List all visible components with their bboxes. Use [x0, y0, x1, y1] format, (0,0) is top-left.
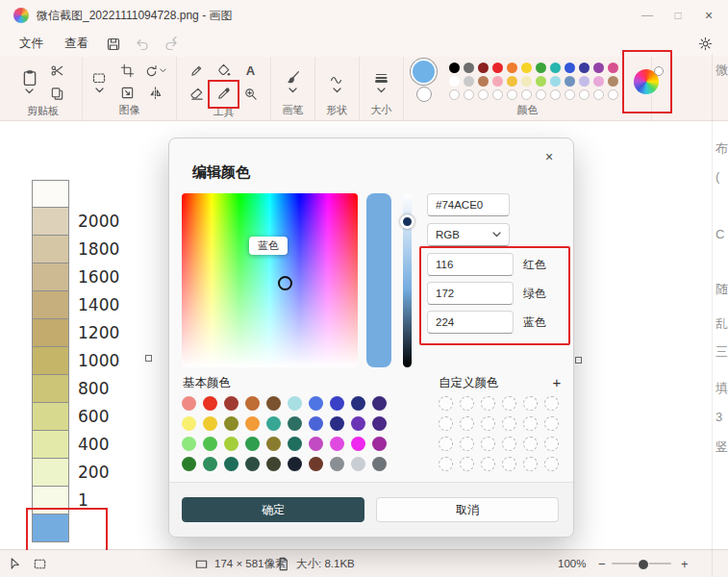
resize-button[interactable] [115, 82, 138, 103]
custom-color-slot[interactable] [523, 416, 538, 431]
basic-color-swatch[interactable] [309, 457, 323, 471]
basic-color-swatch[interactable] [224, 437, 238, 451]
palette-color-swatch[interactable] [608, 63, 618, 73]
fill-button[interactable] [213, 61, 236, 82]
zoom-in-button[interactable]: + [675, 550, 692, 577]
custom-color-slot[interactable] [502, 416, 516, 431]
palette-color-swatch[interactable] [478, 63, 489, 73]
palette-color-swatch[interactable] [521, 63, 532, 73]
basic-color-swatch[interactable] [266, 396, 281, 411]
custom-color-slot[interactable] [502, 437, 516, 451]
basic-color-swatch[interactable] [309, 396, 323, 411]
palette-empty-slot[interactable] [478, 89, 489, 100]
flip-button[interactable] [143, 82, 166, 103]
palette-empty-slot[interactable] [579, 89, 590, 100]
custom-color-slot[interactable] [523, 457, 538, 471]
basic-color-swatch[interactable] [224, 396, 238, 411]
basic-color-swatch[interactable] [245, 396, 260, 411]
palette-color-swatch[interactable] [492, 63, 503, 73]
palette-color-swatch[interactable] [565, 63, 575, 73]
palette-color-swatch[interactable] [521, 76, 532, 87]
basic-color-swatch[interactable] [182, 416, 196, 431]
basic-color-swatch[interactable] [372, 416, 387, 431]
custom-color-slot[interactable] [544, 457, 559, 471]
redo-button[interactable] [158, 33, 185, 56]
custom-color-slot[interactable] [502, 396, 516, 411]
palette-color-swatch[interactable] [565, 76, 575, 87]
palette-color-swatch[interactable] [478, 76, 489, 87]
blue-value-input[interactable] [427, 311, 514, 334]
basic-color-swatch[interactable] [351, 437, 365, 451]
custom-color-slot[interactable] [523, 437, 538, 451]
basic-color-swatch[interactable] [351, 416, 365, 431]
magnifier-button[interactable] [239, 84, 263, 105]
basic-color-swatch[interactable] [351, 457, 365, 471]
custom-color-slot[interactable] [481, 437, 495, 451]
palette-color-swatch[interactable] [593, 76, 604, 87]
custom-color-slot[interactable] [544, 416, 559, 431]
custom-color-slot[interactable] [502, 457, 516, 471]
palette-color-swatch[interactable] [492, 76, 503, 87]
custom-color-slot[interactable] [439, 416, 453, 431]
basic-color-swatch[interactable] [309, 416, 323, 431]
custom-color-slot[interactable] [481, 457, 495, 471]
palette-color-swatch[interactable] [536, 63, 546, 73]
custom-color-slot[interactable] [439, 457, 453, 471]
custom-color-slot[interactable] [544, 396, 559, 411]
menu-file[interactable]: 文件 [10, 33, 53, 55]
add-custom-color-button[interactable]: + [546, 371, 567, 392]
basic-color-swatch[interactable] [288, 416, 302, 431]
hex-color-input[interactable] [427, 193, 510, 216]
dialog-value-slider[interactable] [403, 193, 412, 367]
selection-handle[interactable] [145, 355, 152, 362]
basic-color-swatch[interactable] [245, 457, 260, 471]
value-slider-thumb[interactable] [400, 214, 414, 229]
basic-color-swatch[interactable] [330, 457, 344, 471]
palette-empty-slot[interactable] [521, 89, 532, 100]
palette-empty-slot[interactable] [536, 89, 546, 100]
basic-color-swatch[interactable] [203, 396, 217, 411]
gradient-cursor[interactable] [278, 276, 292, 290]
palette-empty-slot[interactable] [550, 89, 561, 100]
brushes-button[interactable] [281, 67, 305, 95]
color1-swatch[interactable] [413, 61, 435, 83]
palette-empty-slot[interactable] [464, 89, 474, 100]
custom-color-slot[interactable] [481, 416, 495, 431]
text-button[interactable]: A [239, 61, 263, 82]
zoom-slider-thumb[interactable] [638, 559, 649, 570]
ok-button[interactable]: 确定 [182, 497, 364, 522]
cancel-button[interactable]: 取消 [376, 497, 559, 522]
basic-color-swatch[interactable] [203, 457, 217, 471]
menu-view[interactable]: 查看 [55, 33, 98, 55]
pencil-button[interactable] [186, 61, 209, 82]
copy-button[interactable] [46, 83, 69, 104]
size-button[interactable] [369, 68, 393, 95]
custom-color-slot[interactable] [544, 437, 559, 451]
color2-swatch[interactable] [416, 87, 432, 102]
palette-color-swatch[interactable] [449, 63, 460, 73]
color-mode-select[interactable]: RGB [427, 223, 510, 246]
custom-color-slot[interactable] [523, 396, 538, 411]
selection-handle[interactable] [575, 357, 582, 364]
eraser-button[interactable] [186, 84, 209, 105]
basic-color-swatch[interactable] [224, 457, 238, 471]
basic-color-swatch[interactable] [266, 437, 281, 451]
custom-color-slot[interactable] [439, 437, 453, 451]
zoom-slider[interactable] [612, 563, 671, 564]
zoom-out-button[interactable]: − [592, 550, 610, 577]
basic-color-swatch[interactable] [372, 396, 387, 411]
basic-color-swatch[interactable] [288, 457, 302, 471]
color-gradient-field[interactable]: 蓝色 [182, 193, 358, 367]
minimize-button[interactable]: — [632, 0, 663, 31]
basic-color-swatch[interactable] [203, 437, 217, 451]
shapes-button[interactable] [325, 68, 349, 95]
basic-color-swatch[interactable] [203, 416, 217, 431]
palette-empty-slot[interactable] [492, 89, 503, 100]
custom-color-slot[interactable] [460, 396, 474, 411]
palette-color-swatch[interactable] [550, 63, 561, 73]
edit-color-button[interactable] [634, 69, 659, 94]
basic-color-swatch[interactable] [372, 437, 387, 451]
basic-color-swatch[interactable] [330, 396, 344, 411]
save-button[interactable] [100, 33, 127, 56]
palette-color-swatch[interactable] [449, 76, 460, 87]
